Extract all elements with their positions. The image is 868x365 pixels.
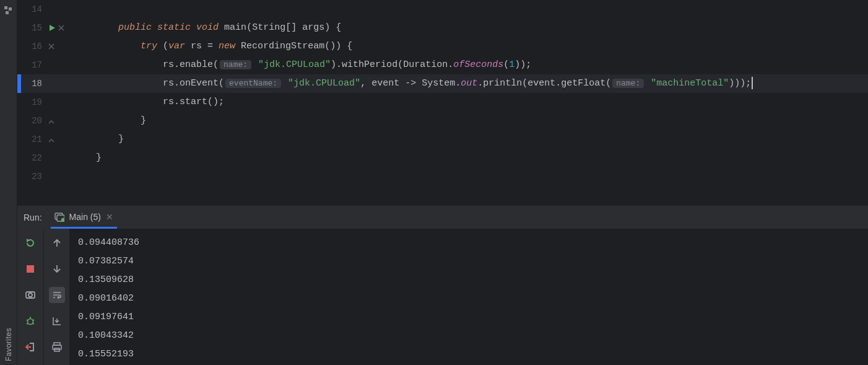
- exit-button[interactable]: [22, 339, 38, 355]
- run-toolbar-secondary: [43, 229, 69, 365]
- close-icon[interactable]: ✕: [106, 212, 113, 222]
- run-toolbar-primary: [17, 229, 43, 365]
- stop-button[interactable]: [22, 261, 38, 277]
- code-line[interactable]: [79, 0, 868, 19]
- code-line[interactable]: try (var rs = new RecordingStream()) {: [79, 37, 868, 56]
- line-number: 18: [17, 79, 45, 89]
- console-line: 0.13509628: [78, 275, 134, 285]
- code-line[interactable]: rs.enable(name: "jdk.CPULoad").withPerio…: [79, 56, 868, 74]
- svg-rect-1: [9, 7, 12, 11]
- text-caret: [752, 77, 753, 89]
- console-line: 0.07382574: [78, 256, 134, 266]
- fold-marker-icon[interactable]: [48, 43, 54, 50]
- svg-line-16: [33, 323, 35, 325]
- editor-gutter: 14 15 16 17 18 19 20 21 22 23: [17, 0, 79, 206]
- layout-button[interactable]: [22, 287, 38, 303]
- run-tabbar: Run: Main (5) ✕: [17, 206, 868, 229]
- svg-marker-7: [27, 239, 30, 242]
- console-line: 0.10043342: [78, 330, 134, 341]
- svg-point-10: [28, 293, 32, 297]
- line-number: 15: [17, 23, 45, 33]
- console-line: 0.09016402: [78, 293, 134, 304]
- code-line[interactable]: }: [79, 130, 868, 149]
- soft-wrap-button[interactable]: [49, 287, 65, 303]
- line-number: 16: [17, 42, 45, 51]
- code-line-current[interactable]: rs.onEvent(eventName: "jdk.CPULoad", eve…: [79, 74, 868, 93]
- left-tool-rail: Favorites: [0, 0, 17, 365]
- svg-rect-8: [27, 265, 34, 273]
- code-line[interactable]: }: [79, 112, 868, 130]
- parameter-hint: name:: [612, 79, 644, 88]
- debug-button[interactable]: [22, 313, 38, 329]
- code-line[interactable]: rs.start();: [79, 93, 868, 112]
- line-number: 19: [17, 97, 45, 107]
- run-config-icon: [54, 212, 64, 222]
- structure-icon[interactable]: [2, 4, 15, 17]
- parameter-hint: name:: [220, 60, 251, 69]
- down-button[interactable]: [49, 261, 65, 277]
- change-marker: [17, 74, 21, 93]
- fold-marker-icon[interactable]: [48, 118, 54, 124]
- print-button[interactable]: [49, 339, 65, 355]
- favorites-tab-label[interactable]: Favorites: [4, 328, 13, 361]
- run-tab-title: Main (5): [69, 212, 101, 222]
- run-tool-window: Run: Main (5) ✕: [17, 206, 868, 365]
- line-number: 17: [17, 60, 45, 70]
- code-line[interactable]: [79, 167, 868, 186]
- line-number: 20: [17, 116, 45, 126]
- line-number: 14: [17, 4, 45, 14]
- run-gutter-icon[interactable]: [48, 24, 56, 32]
- fold-marker-icon[interactable]: [58, 25, 64, 31]
- svg-rect-0: [4, 6, 7, 9]
- line-number: 21: [17, 134, 45, 144]
- rerun-button[interactable]: [22, 235, 38, 251]
- line-number: 22: [17, 153, 45, 163]
- console-line: 0.15552193: [78, 349, 134, 359]
- code-area[interactable]: public static void main(String[] args) {…: [79, 0, 868, 206]
- console-line: 0.094408736: [78, 237, 139, 248]
- scroll-to-end-button[interactable]: [49, 313, 65, 329]
- code-line[interactable]: }: [79, 149, 868, 167]
- code-editor[interactable]: 14 15 16 17 18 19 20 21 22 23 public sta…: [17, 0, 868, 206]
- svg-marker-3: [50, 25, 55, 31]
- run-tab[interactable]: Main (5) ✕: [51, 206, 117, 229]
- svg-rect-18: [53, 345, 61, 350]
- svg-rect-2: [6, 11, 9, 14]
- line-number: 23: [17, 172, 45, 182]
- console-line: 0.09197641: [78, 312, 134, 322]
- svg-line-15: [27, 323, 28, 325]
- console-output[interactable]: 0.094408736 0.07382574 0.13509628 0.0901…: [69, 229, 868, 365]
- run-toolwindow-label: Run:: [24, 213, 42, 222]
- up-button[interactable]: [49, 235, 65, 251]
- fold-marker-icon[interactable]: [48, 136, 54, 143]
- code-line[interactable]: public static void main(String[] args) {: [79, 19, 868, 37]
- parameter-hint: eventName:: [225, 79, 281, 88]
